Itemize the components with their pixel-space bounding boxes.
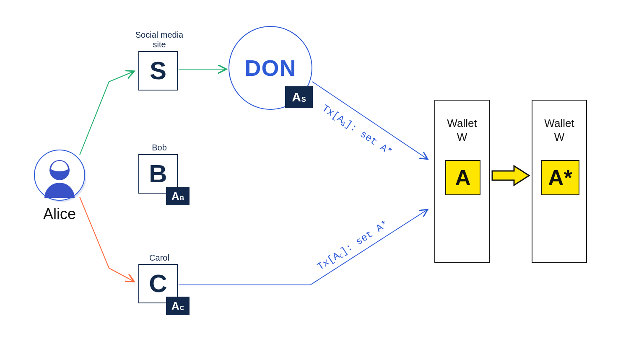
- carol-caption: Carol: [126, 253, 193, 263]
- diagram-stage: Alice Social media site S Bob B AB Carol…: [0, 0, 644, 362]
- don-badge: AS: [285, 86, 313, 108]
- social-letter: S: [150, 58, 166, 83]
- wallet-left: WalletW A: [434, 100, 490, 263]
- edge-carol-to-wallet: [179, 209, 428, 285]
- bob-badge: AB: [166, 187, 190, 205]
- wallet-right-caption: WalletW: [532, 116, 586, 144]
- social-caption: Social media site: [126, 30, 193, 49]
- don-badge-sub: S: [301, 96, 306, 103]
- alice-avatar: [33, 148, 86, 202]
- alice-label: Alice: [33, 205, 86, 223]
- wallet-right: WalletW A*: [532, 100, 587, 263]
- bob-letter: B: [149, 161, 167, 186]
- person-icon: [33, 148, 86, 202]
- don-text: DON: [245, 55, 296, 81]
- wallet-left-chip: A: [445, 160, 480, 195]
- carol-badge-sub: C: [180, 305, 184, 311]
- edge-alice-to-carol: [80, 197, 134, 282]
- bob-caption: Bob: [126, 143, 193, 153]
- bob-badge-main: A: [171, 190, 179, 203]
- carol-letter: C: [149, 271, 167, 296]
- tx-top-label: Tx[AS]: set A*: [320, 103, 394, 158]
- social-caption-line1: Social media: [135, 30, 184, 39]
- tx-bottom-label: Tx[AC]: set A*: [315, 218, 390, 272]
- carol-badge-main: A: [171, 300, 179, 313]
- don-badge-main: A: [292, 90, 301, 104]
- wallet-left-caption: WalletW: [435, 116, 489, 144]
- edge-don-to-wallet: [312, 82, 428, 159]
- wallet-right-chip: A*: [541, 160, 579, 195]
- edge-alice-to-social: [80, 71, 134, 155]
- bob-badge-sub: B: [180, 195, 184, 202]
- social-node: S: [138, 51, 178, 90]
- transition-arrow-icon: [491, 164, 530, 187]
- carol-badge: AC: [166, 297, 190, 315]
- social-caption-line2: site: [153, 40, 166, 49]
